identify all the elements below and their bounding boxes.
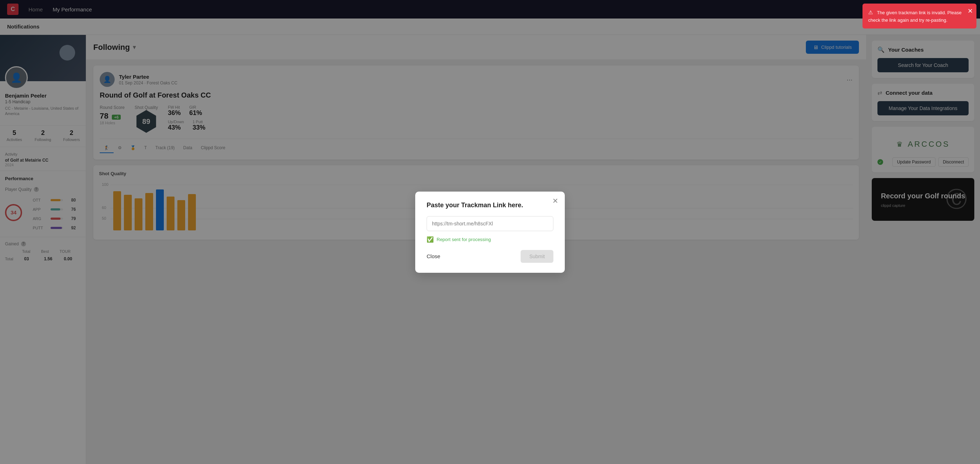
success-icon: ✅ <box>426 236 434 243</box>
modal-submit-button[interactable]: Submit <box>520 250 554 263</box>
modal-close-button[interactable]: Close <box>426 253 440 259</box>
modal-footer: Close Submit <box>426 250 554 263</box>
modal-title: Paste your Trackman Link here. <box>426 202 554 209</box>
modal-close-icon[interactable]: ✕ <box>552 197 558 204</box>
error-message: The given trackman link is invalid. Plea… <box>868 10 961 23</box>
modal-overlay: Paste your Trackman Link here. ✕ ✅ Repor… <box>0 0 980 464</box>
trackman-modal: Paste your Trackman Link here. ✕ ✅ Repor… <box>415 192 565 273</box>
success-text: Report sent for processing <box>437 237 491 242</box>
trackman-link-input[interactable] <box>426 216 554 231</box>
error-close-button[interactable]: ✕ <box>967 6 973 16</box>
modal-success-message: ✅ Report sent for processing <box>426 236 554 243</box>
error-banner: ⚠ The given trackman link is invalid. Pl… <box>862 3 977 29</box>
warning-icon: ⚠ <box>868 8 873 17</box>
